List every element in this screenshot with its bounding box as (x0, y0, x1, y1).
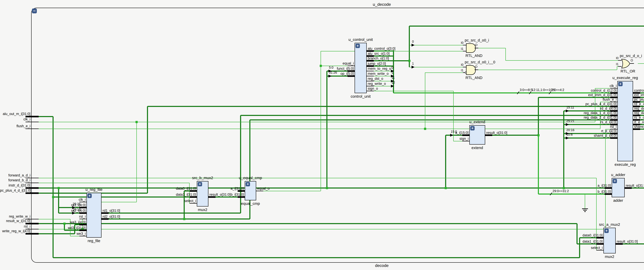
gate-g_and_1[interactable] (466, 65, 476, 75)
port-pin-u_control_unit-reg_write_o (366, 86, 374, 86)
port-label: sign_o (368, 87, 422, 91)
bus-wire (39, 116, 53, 117)
gate-input-label: I0 (461, 41, 464, 45)
port-label: ext_imm_d_i[31:0] (563, 93, 616, 97)
net-wire (373, 81, 393, 81)
inverted-input-bubble (465, 72, 467, 74)
expand-button-u_control_unit[interactable]: + (356, 44, 360, 48)
block-u_control_unit[interactable] (354, 43, 367, 93)
schematic-canvas[interactable]: u_decode decode − alu_out_m_i[31:0]clk_i… (0, 0, 644, 270)
port-label: b_i[31:0] (190, 193, 244, 196)
port-label: rs_e_o[4:0] (634, 116, 644, 119)
bus-wire (631, 187, 644, 188)
gate-input-label: I0 (461, 63, 464, 67)
port-label: op_i[5:0] (300, 72, 354, 76)
block-type-label-src_b_mux2: mux2 (170, 208, 235, 212)
port-label: pc_plus_4_e_o[31:0] (634, 98, 644, 101)
net-wire (321, 66, 348, 66)
bus-wire (250, 119, 611, 121)
bus-tap-label: 0 (392, 66, 393, 69)
gate-name-label: pc_src_d_o0_i (465, 38, 489, 42)
expand-button-u_reg_file[interactable]: + (87, 194, 92, 198)
expand-button-u_extend[interactable]: + (470, 126, 475, 131)
gate-input-stub (463, 51, 466, 51)
net-wire (39, 178, 596, 178)
gate-input-label: I1 (461, 47, 464, 51)
block-u_reg_file[interactable] (86, 193, 102, 238)
net-wire (39, 129, 600, 129)
bus-wire (492, 135, 538, 136)
bus-wire (240, 115, 241, 213)
ground-icon (582, 208, 588, 209)
port-label: rd1_o[31:0] (102, 209, 156, 213)
net-wire (262, 191, 321, 191)
gate-g_and_0[interactable] (466, 43, 476, 53)
bus-wire (538, 135, 539, 194)
expand-button-u_execute_reg[interactable]: + (618, 82, 622, 86)
bus-tap-arrow (566, 136, 569, 139)
module-footer-label: decode (0, 263, 644, 268)
boundary-input-label: forward_b_d_i (0, 178, 30, 182)
boundary-input-label: alu_out_m_i[31:0] (0, 112, 30, 116)
port-label: rst_i (32, 215, 86, 218)
port-pin-u_extend-sign_i (462, 141, 470, 141)
gate-input-stub (618, 60, 622, 61)
bus-tap-label: 15:11 (566, 106, 574, 109)
bus-tap-label: 10:6 (566, 133, 573, 136)
net-wire (596, 178, 596, 250)
bus-tap-label: 20:16 (566, 128, 574, 132)
port-label: a_i[15:0] (415, 131, 468, 135)
bus-tap-arrow (412, 44, 414, 46)
port-label: shamt_e_o[4:0] (634, 125, 644, 129)
expand-button-u_equal_cmp[interactable]: + (246, 182, 250, 186)
block-u_execute_reg[interactable] (617, 81, 633, 161)
wire-junction (136, 121, 138, 123)
net-wire (454, 141, 463, 141)
boundary-input-label: instr_d_i[31:0] (0, 183, 30, 187)
port-label: mem_write_o (368, 72, 422, 76)
boundary-input-label: write_reg_w_i[4:0] (0, 229, 30, 233)
port-label: funct_i[5:0] (300, 67, 354, 71)
bus-wire (538, 194, 605, 195)
bus-slice-label: 29:0==31:2 (552, 189, 569, 193)
port-label: reg_dst_o (368, 77, 422, 81)
bus-wire (64, 230, 80, 231)
bus-slice-label: 2:0==4:2 (552, 88, 564, 92)
net-wire (39, 229, 605, 229)
port-pin-u_control_unit-reg_dst_o (366, 81, 374, 81)
net-wire (373, 76, 393, 76)
boundary-input-label: reg_write_w_i (0, 215, 30, 218)
gate-g_or_0[interactable] (621, 59, 632, 68)
bus-wire (580, 237, 597, 238)
port-label: equal_i (300, 61, 354, 65)
gate-type-label: RTL_AND (466, 76, 482, 80)
port-label: rt_e_o[4:0] (634, 120, 644, 124)
bus-wire (53, 196, 190, 198)
gate-input-label: I1 (461, 68, 464, 72)
block-type-label-u_execute_reg: execute_reg (593, 162, 644, 167)
expand-button-src_a_mux2[interactable]: + (604, 229, 609, 233)
net-wire (39, 122, 595, 122)
gate-input-stub (463, 45, 466, 45)
gate-input-label: I1 (616, 62, 618, 66)
wire-junction (183, 218, 185, 220)
net-wire (617, 66, 617, 70)
port-pin-u_control_unit-sign_o (366, 91, 374, 91)
collapse-module-button[interactable]: − (32, 8, 37, 13)
gate-output-stub (630, 63, 634, 64)
expand-button-u_adder[interactable]: + (612, 179, 617, 183)
port-pin-src_b_mux2-select_i (190, 203, 197, 204)
port-label: result_o[31:0] (617, 240, 644, 243)
port-label: data0_i[31:0] (549, 233, 603, 237)
net-wire (39, 183, 189, 183)
bus-tap-arrow (391, 85, 394, 88)
port-label: control_d_i[12:0] (563, 89, 616, 92)
bus-tap-arrow (566, 110, 569, 112)
bus-wire (215, 196, 238, 198)
bus-wire (577, 243, 597, 245)
bus-wire (147, 106, 148, 193)
net-wire (478, 48, 506, 48)
block-title-u_execute_reg: u_execute_reg (593, 76, 644, 80)
wire-junction (326, 187, 328, 189)
expand-button-src_b_mux2[interactable]: + (198, 182, 202, 186)
